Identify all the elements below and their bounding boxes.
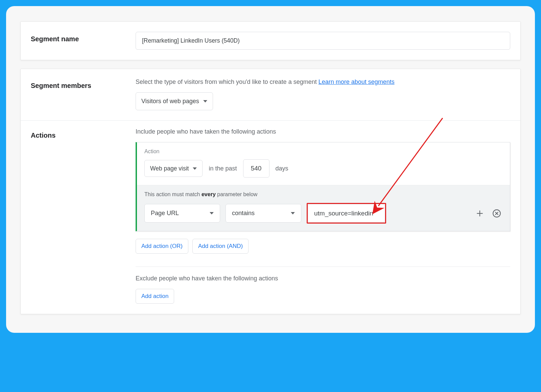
chevron-down-icon xyxy=(291,212,295,214)
page-container: Segment name Segment members Select the … xyxy=(6,6,535,333)
segment-members-description: Select the type of visitors from which y… xyxy=(136,78,510,86)
add-exclude-action-button[interactable]: Add action xyxy=(136,289,174,304)
actions-label: Actions xyxy=(31,128,136,304)
exclude-subtitle: Exclude people who have taken the follow… xyxy=(136,275,510,282)
close-circle-icon xyxy=(492,209,501,218)
past-text: in the past xyxy=(209,165,237,172)
action-type-dropdown[interactable]: Web page visit xyxy=(144,160,203,177)
divider xyxy=(136,267,510,267)
days-input[interactable] xyxy=(243,159,269,178)
parameter-title: This action must match every parameter b… xyxy=(144,191,502,198)
segment-members-card: Segment members Select the type of visit… xyxy=(20,69,521,314)
days-label: days xyxy=(276,165,288,172)
segment-name-card: Segment name xyxy=(20,21,521,60)
chevron-down-icon xyxy=(210,212,214,214)
segment-members-row: Segment members Select the type of visit… xyxy=(21,69,520,120)
visitor-type-selected: Visitors of web pages xyxy=(141,98,199,105)
plus-icon xyxy=(475,209,484,218)
chevron-down-icon xyxy=(193,167,197,170)
add-action-row: Add action (OR) Add action (AND) xyxy=(136,239,510,254)
param-value-input[interactable] xyxy=(308,204,385,223)
segment-name-row: Segment name xyxy=(31,32,510,50)
action-type-selected: Web page visit xyxy=(150,165,189,172)
param-title-bold: every xyxy=(202,191,216,197)
parameter-block: This action must match every parameter b… xyxy=(137,185,510,231)
param-value-highlight xyxy=(307,203,386,224)
actions-section: Actions Include people who have taken th… xyxy=(21,121,520,314)
add-action-or-button[interactable]: Add action (OR) xyxy=(136,239,188,254)
learn-more-link[interactable]: Learn more about segments xyxy=(319,78,395,85)
param-field-selected: Page URL xyxy=(151,210,179,217)
visitor-type-dropdown[interactable]: Visitors of web pages xyxy=(136,92,213,110)
segment-name-label: Segment name xyxy=(31,32,136,43)
chevron-down-icon xyxy=(203,100,207,102)
segment-members-desc-text: Select the type of visitors from which y… xyxy=(136,78,319,85)
segment-name-input[interactable] xyxy=(136,32,510,50)
param-title-prefix: This action must match xyxy=(144,191,202,197)
add-parameter-button[interactable] xyxy=(474,208,486,219)
param-title-suffix: parameter below xyxy=(216,191,258,197)
add-action-and-button[interactable]: Add action (AND) xyxy=(192,239,249,254)
remove-parameter-button[interactable] xyxy=(491,208,502,219)
action-card: Action Web page visit in the past days xyxy=(136,142,510,231)
param-operator-selected: contains xyxy=(232,210,255,217)
param-field-dropdown[interactable]: Page URL xyxy=(144,204,220,223)
segment-members-label: Segment members xyxy=(31,78,136,110)
include-subtitle: Include people who have taken the follow… xyxy=(136,128,510,135)
action-heading: Action xyxy=(144,148,502,155)
param-operator-dropdown[interactable]: contains xyxy=(226,204,301,223)
